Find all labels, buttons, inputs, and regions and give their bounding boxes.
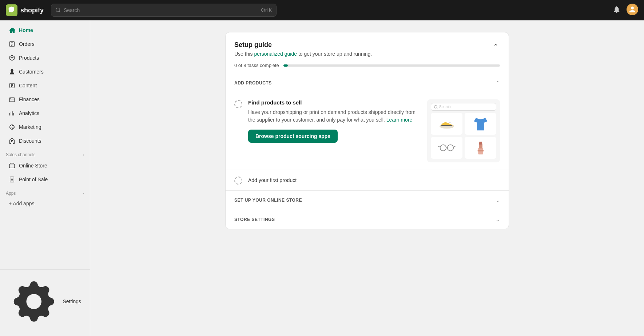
find-products-circle — [234, 100, 242, 108]
setup-guide-subtitle: Use this personalized guide to get your … — [234, 51, 372, 57]
svg-marker-20 — [479, 142, 482, 145]
sidebar-item-customers-label: Customers — [19, 69, 44, 75]
preview-search-icon — [434, 105, 438, 109]
sidebar-item-customers[interactable]: Customers — [3, 65, 87, 78]
customers-icon — [9, 68, 15, 75]
svg-point-13 — [440, 145, 446, 151]
tshirt-icon — [472, 115, 490, 133]
discounts-icon — [9, 138, 15, 144]
sidebar-item-content-label: Content — [19, 83, 37, 88]
preview-search-bar: Search — [431, 103, 496, 111]
sidebar-item-content[interactable]: Content — [3, 79, 87, 92]
notification-bell[interactable] — [613, 5, 621, 15]
sidebar-item-products[interactable]: Products — [3, 51, 87, 64]
svg-rect-9 — [9, 164, 15, 168]
progress-text: 0 of 8 tasks complete — [234, 63, 279, 68]
svg-rect-21 — [477, 150, 484, 151]
collapse-button[interactable]: ⌃ — [492, 41, 500, 52]
sidebar-item-finances-label: Finances — [19, 96, 40, 102]
online-store-chevron: ⌄ — [496, 197, 500, 203]
store-settings-section: STORE SETTINGS ⌄ — [226, 210, 509, 229]
progress-bar-fill — [283, 64, 288, 67]
sales-channels-chevron: › — [83, 153, 84, 157]
cosmetic-icon — [472, 139, 490, 157]
finances-icon — [9, 96, 15, 103]
products-icon — [9, 55, 15, 61]
sales-channels-label: Sales channels › — [0, 148, 90, 159]
user-avatar[interactable] — [627, 4, 638, 17]
personalized-guide-link[interactable]: personalized guide — [254, 51, 297, 57]
search-icon — [56, 8, 61, 13]
preview-search-text: Search — [439, 105, 451, 109]
add-first-product-task[interactable]: Add your first product — [226, 170, 509, 190]
sidebar-item-marketing[interactable]: Marketing — [3, 120, 87, 134]
sidebar-item-marketing-label: Marketing — [19, 124, 41, 130]
search-bar[interactable]: Ctrl K — [51, 4, 277, 17]
sidebar-item-online-store[interactable]: Online Store — [3, 159, 87, 172]
add-products-chevron: ⌃ — [496, 80, 500, 86]
marketing-icon — [9, 124, 15, 130]
add-product-circle — [234, 177, 242, 185]
add-products-section-header[interactable]: ADD PRODUCTS ⌃ — [226, 74, 509, 92]
product-preview-tshirt — [465, 113, 496, 135]
product-preview-glasses — [431, 137, 462, 159]
sidebar-bottom: Settings — [0, 269, 90, 333]
sidebar-item-orders[interactable]: Orders — [3, 37, 87, 51]
sidebar-item-products-label: Products — [19, 55, 39, 61]
online-store-label: SET UP YOUR ONLINE STORE — [234, 198, 302, 203]
setup-guide-card: Setup guide Use this personalized guide … — [225, 32, 509, 229]
product-grid — [431, 113, 496, 159]
content-icon — [9, 82, 15, 89]
add-apps-button[interactable]: + Add apps — [3, 198, 87, 209]
sidebar-item-analytics[interactable]: Analytics — [3, 107, 87, 120]
svg-line-17 — [453, 146, 455, 147]
sidebar-item-discounts-label: Discounts — [19, 138, 41, 144]
main-content: Setup guide Use this personalized guide … — [90, 20, 644, 336]
store-settings-section-header[interactable]: STORE SETTINGS ⌄ — [226, 210, 509, 229]
progress-bar — [283, 64, 500, 67]
sidebar-item-settings[interactable]: Settings — [3, 273, 87, 330]
analytics-icon — [9, 110, 15, 116]
orders-icon — [9, 41, 15, 47]
topbar-actions — [613, 4, 638, 17]
product-preview-cosmetic — [465, 137, 496, 159]
sidebar-item-discounts[interactable]: Discounts — [3, 134, 87, 147]
sidebar-item-finances[interactable]: Finances — [3, 93, 87, 106]
online-store-icon — [9, 162, 15, 169]
settings-icon — [9, 276, 59, 327]
online-store-section-header[interactable]: SET UP YOUR ONLINE STORE ⌄ — [226, 191, 509, 210]
svg-rect-12 — [441, 125, 452, 126]
browse-apps-button[interactable]: Browse product sourcing apps — [248, 130, 338, 143]
settings-label: Settings — [63, 299, 81, 304]
store-settings-label: STORE SETTINGS — [234, 217, 275, 222]
sidebar-item-orders-label: Orders — [19, 41, 35, 47]
sidebar-item-analytics-label: Analytics — [19, 110, 39, 116]
product-preview-panel: Search — [427, 99, 500, 162]
find-products-content: Find products to sell Have your dropship… — [248, 99, 421, 143]
online-store-section: SET UP YOUR ONLINE STORE ⌄ — [226, 190, 509, 210]
sidebar-item-pos-label: Point of Sale — [19, 177, 48, 182]
search-shortcut: Ctrl K — [261, 8, 272, 13]
find-products-title: Find products to sell — [248, 99, 421, 106]
setup-guide-header: Setup guide Use this personalized guide … — [226, 32, 509, 63]
sidebar-item-pos[interactable]: Point of Sale — [3, 173, 87, 186]
home-icon — [9, 27, 15, 33]
learn-more-link[interactable]: Learn more — [386, 117, 413, 123]
search-input[interactable] — [64, 7, 258, 13]
sidebar-item-home[interactable]: Home — [3, 24, 87, 37]
apps-label: Apps › — [0, 186, 90, 197]
svg-point-6 — [11, 140, 12, 141]
logo-text: shopify — [20, 7, 44, 14]
sidebar-item-online-store-label: Online Store — [19, 163, 47, 169]
product-preview-sneaker — [431, 113, 462, 135]
svg-rect-19 — [479, 145, 482, 149]
apps-chevron: › — [83, 191, 84, 195]
sidebar: Home Orders Products Customers — [0, 20, 90, 336]
topbar: shopify Ctrl K — [0, 0, 644, 20]
setup-guide-title: Setup guide — [234, 41, 372, 49]
layout: Home Orders Products Customers — [0, 20, 644, 336]
logo[interactable]: shopify — [6, 4, 44, 16]
find-products-task: Find products to sell Have your dropship… — [226, 92, 509, 170]
add-apps-label: + Add apps — [9, 201, 34, 206]
svg-rect-4 — [9, 98, 15, 102]
